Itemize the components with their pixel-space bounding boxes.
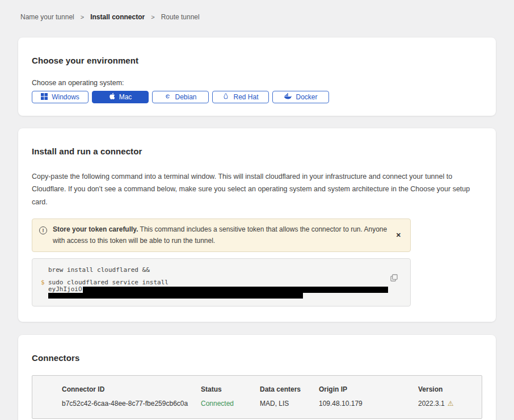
os-button-label: Red Hat [233,93,258,101]
header-origin-ip: Origin IP [319,385,418,393]
install-connector-card: Install and run a connector Copy-paste t… [18,128,496,322]
cell-origin-ip: 109.48.10.179 [319,400,418,408]
code-line-3: eyJhIjoiO [41,286,402,293]
install-card-description: Copy-paste the following command into a … [32,170,482,208]
table-row: b7c52c42-6caa-48ee-8c77-fbe259cb6c0a Con… [32,400,482,408]
redhat-icon [222,93,229,102]
version-value: 2022.3.1 [418,400,445,408]
code-sudo-command: sudo cloudflared service install [48,279,168,286]
breadcrumb-step-route-tunnel[interactable]: Route tunnel [161,13,200,21]
connectors-card-title: Connectors [32,353,482,363]
os-button-redhat[interactable]: Red Hat [212,91,269,103]
cell-data-centers: MAD, LIS [260,400,319,408]
os-button-debian[interactable]: Debian [152,91,209,103]
shell-prompt: $ [41,279,48,286]
header-version: Version [418,385,482,393]
os-button-label: Windows [52,93,79,101]
breadcrumb: Name your tunnel > Install connector > R… [0,0,514,21]
table-header-row: Connector ID Status Data centers Origin … [32,385,482,393]
os-button-mac[interactable]: Mac [92,91,149,103]
os-select-label: Choose an operating system: [32,79,482,87]
redacted-token-bar [48,293,303,299]
code-brew-command: brew install cloudflared && [48,267,150,274]
token-prefix: eyJhIjoiO [48,286,82,293]
header-data-centers: Data centers [260,385,319,393]
code-line-4 [41,293,402,299]
environment-card-title: Choose your environment [32,56,482,65]
cell-connector-id: b7c52c42-6caa-48ee-8c77-fbe259cb6c0a [62,400,201,408]
os-button-label: Mac [119,93,132,101]
breadcrumb-step-name-your-tunnel[interactable]: Name your tunnel [20,13,74,21]
alert-circle-icon [39,226,47,234]
connectors-table: Connector ID Status Data centers Origin … [32,375,482,419]
breadcrumb-separator: > [81,14,84,20]
code-line-1: brew install cloudflared && [41,267,402,274]
version-warning-icon [448,400,454,408]
windows-icon [41,93,48,102]
header-status: Status [201,385,260,393]
status-badge: Connected [201,400,260,408]
os-button-group: Windows Mac Debian Red Hat Docker [32,91,482,103]
breadcrumb-separator: > [151,14,154,20]
header-connector-id: Connector ID [62,385,201,393]
apple-icon [109,93,115,102]
os-button-windows[interactable]: Windows [32,91,89,103]
code-line-2: $ sudo cloudflared service install [41,279,402,286]
warning-text: Store your token carefully. This command… [53,224,389,247]
install-command-codeblock: brew install cloudflared && $ sudo cloud… [32,258,411,306]
connectors-card: Connectors Connector ID Status Data cent… [18,335,496,420]
debian-icon [164,93,171,102]
token-warning-banner: Store your token carefully. This command… [32,219,411,253]
install-card-title: Install and run a connector [32,146,482,156]
os-button-label: Debian [175,93,196,101]
cell-version: 2022.3.1 [418,400,482,408]
breadcrumb-step-install-connector[interactable]: Install connector [90,13,145,21]
redacted-token-bar [83,287,388,293]
copy-icon[interactable] [389,273,399,284]
warning-text-bold: Store your token carefully. [53,225,138,233]
os-button-label: Docker [296,93,317,101]
close-icon[interactable]: ✕ [395,229,402,241]
choose-environment-card: Choose your environment Choose an operat… [18,37,496,116]
os-button-docker[interactable]: Docker [272,91,329,103]
docker-icon [284,93,292,101]
